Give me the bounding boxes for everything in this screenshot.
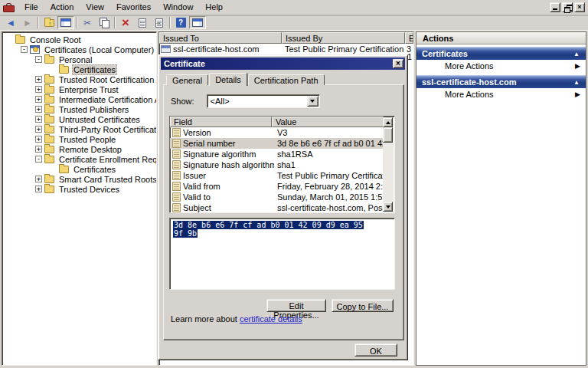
expander-plus-icon[interactable]: +: [35, 106, 42, 113]
tree-item-label: Console Root: [28, 35, 83, 44]
column-header-e[interactable]: E: [405, 32, 413, 44]
dropdown-arrow-icon[interactable]: [307, 96, 318, 107]
menu-help[interactable]: Help: [199, 1, 229, 14]
field-row-version[interactable]: VersionV3: [170, 127, 384, 138]
tree-item-console-root[interactable]: +Console Root: [2, 34, 156, 44]
tree-item-certificate-enrollment-requests[interactable]: -Certificate Enrollment Requests: [2, 154, 156, 164]
folder-icon: [44, 176, 54, 183]
tab-details[interactable]: Details: [209, 73, 247, 86]
show-console-tree-icon[interactable]: [57, 16, 74, 29]
field-icon: [172, 171, 181, 180]
back-icon[interactable]: [2, 16, 19, 29]
tree-item-trusted-people[interactable]: +Trusted People: [2, 134, 156, 144]
table-column-value[interactable]: Value: [272, 117, 384, 127]
column-header-issued-to[interactable]: Issued To: [159, 32, 282, 44]
actions-pane-title: Actions: [416, 32, 586, 44]
expander-minus-icon[interactable]: -: [21, 46, 28, 53]
menu-file[interactable]: File: [18, 1, 44, 14]
field-row-valid-to[interactable]: Valid toSunday, March 01, 2015 1:59:...: [170, 192, 384, 202]
ok-button[interactable]: OK: [354, 343, 397, 356]
expander-plus-icon[interactable]: +: [35, 76, 42, 83]
tree-item-trusted-publishers[interactable]: +Trusted Publishers: [2, 104, 156, 114]
tree-item-untrusted-certificates[interactable]: +Untrusted Certificates: [2, 114, 156, 124]
tree-item-trusted-root-certification-authorities[interactable]: +Trusted Root Certification Authorities: [2, 74, 156, 84]
collapse-icon[interactable]: ▲: [573, 51, 580, 58]
delete-icon[interactable]: [117, 16, 134, 29]
field-name: Valid from: [183, 182, 274, 191]
help-icon[interactable]: ?: [172, 16, 189, 29]
console-app-icon[interactable]: [3, 2, 15, 12]
tree-item-enterprise-trust[interactable]: +Enterprise Trust: [2, 84, 156, 94]
table-scrollbar[interactable]: [383, 117, 394, 212]
action-item-label: More Actions: [445, 61, 494, 71]
collapse-icon[interactable]: ▲: [573, 79, 580, 86]
certificate-row[interactable]: ssl-certificate-host.comTest Public Prim…: [159, 44, 413, 54]
serial-number-hex-view[interactable]: 3d 8e b6 e6 7f cf ad b0 01 42 09 d9 ea 9…: [169, 218, 395, 290]
show-dropdown[interactable]: <All>: [207, 94, 320, 108]
field-row-signature-hash-algorithm[interactable]: Signature hash algorithmsha1: [170, 159, 384, 170]
folder-glyph: ↑: [44, 19, 54, 27]
table-column-field[interactable]: Field: [170, 117, 272, 127]
field-row-issuer[interactable]: IssuerTest Public Primary Certificatio..…: [170, 170, 384, 181]
field-value: 3d 8e b6 e6 7f cf ad b0 01 42 ...: [274, 139, 384, 148]
menu-window[interactable]: Window: [157, 1, 199, 14]
field-row-subject[interactable]: Subjectssl-certificate-host.com, Positi.…: [170, 202, 384, 213]
tree-item-third-party-root-certification-authorities[interactable]: +Third-Party Root Certification Authorit…: [2, 124, 156, 134]
close-button[interactable]: ×: [574, 2, 585, 12]
menu-action[interactable]: Action: [44, 1, 80, 14]
expander-plus-icon[interactable]: +: [35, 186, 42, 192]
tree-item-trusted-devices[interactable]: +Trusted Devices: [2, 184, 156, 194]
tree-item-intermediate-certification-authorities[interactable]: +Intermediate Certification Authorities: [2, 94, 156, 104]
forward-icon[interactable]: [19, 16, 36, 29]
restore-button[interactable]: [562, 2, 573, 12]
expander-plus-icon[interactable]: +: [35, 136, 42, 143]
column-header-issued-by[interactable]: Issued By: [282, 32, 405, 44]
tree-item-certificates-local-computer[interactable]: -Certificates (Local Computer): [2, 44, 156, 54]
field-name: Valid to: [183, 192, 274, 202]
action-section-certificates[interactable]: Certificates▲: [416, 47, 586, 60]
expander-minus-icon[interactable]: -: [35, 156, 42, 163]
field-value: Sunday, March 01, 2015 1:59:...: [274, 192, 384, 202]
expander-plus-icon[interactable]: +: [35, 146, 42, 153]
tree-item-certificates[interactable]: +Certificates: [2, 64, 156, 74]
menu-view[interactable]: View: [80, 1, 110, 14]
tab-certification-path[interactable]: Certification Path: [248, 74, 325, 85]
expander-plus-icon[interactable]: +: [35, 96, 42, 103]
properties-icon[interactable]: [134, 16, 151, 29]
copy-icon[interactable]: [96, 16, 113, 29]
field-row-serial-number[interactable]: Serial number3d 8e b6 e6 7f cf ad b0 01 …: [170, 138, 384, 149]
tree-item-label: Trusted Devices: [57, 185, 121, 194]
tree-item-personal[interactable]: -Personal: [2, 54, 156, 64]
window-controls: ×: [550, 2, 585, 12]
scrollbar-thumb[interactable]: [383, 127, 393, 143]
edit-properties-button[interactable]: Edit Properties...: [266, 299, 326, 312]
cut-icon[interactable]: [79, 16, 96, 29]
expander-plus-icon[interactable]: +: [35, 126, 42, 133]
expander-plus-icon[interactable]: +: [35, 116, 42, 123]
field-row-signature-algorithm[interactable]: Signature algorithmsha1RSA: [170, 149, 384, 159]
expander-plus-icon[interactable]: +: [35, 86, 42, 93]
field-row-valid-from[interactable]: Valid fromFriday, February 28, 2014 2:0.…: [170, 181, 384, 192]
tree-item-certificates[interactable]: +Certificates: [2, 164, 156, 174]
copy-to-file-button[interactable]: Copy to File...: [332, 299, 394, 312]
scroll-down-icon[interactable]: [383, 202, 393, 212]
certificate-details-link[interactable]: certificate details: [240, 314, 302, 324]
scroll-up-icon[interactable]: [383, 117, 393, 127]
dialog-close-icon[interactable]: ×: [393, 59, 403, 68]
action-item-more-actions[interactable]: More Actions▶: [416, 88, 586, 101]
expander-minus-icon[interactable]: -: [35, 56, 42, 63]
export-list-icon[interactable]: →: [151, 16, 168, 29]
dialog-tabs: GeneralDetailsCertification Path: [166, 73, 325, 85]
tab-general[interactable]: General: [166, 74, 208, 85]
menu-favorites[interactable]: Favorites: [110, 1, 157, 14]
dialog-titlebar[interactable]: Certificate ×: [161, 58, 405, 70]
minimize-button[interactable]: [550, 2, 560, 12]
action-section-ssl-certificate-host-com[interactable]: ssl-certificate-host.com▲: [416, 75, 586, 88]
tree-item-remote-desktop[interactable]: +Remote Desktop: [2, 144, 156, 154]
up-level-icon[interactable]: ↑: [41, 16, 57, 29]
action-item-more-actions[interactable]: More Actions▶: [416, 60, 586, 73]
tree-item-smart-card-trusted-roots[interactable]: +Smart Card Trusted Roots: [2, 174, 156, 184]
folder-icon: [44, 96, 54, 104]
show-action-pane-icon[interactable]: [189, 16, 206, 29]
expander-plus-icon[interactable]: +: [35, 176, 42, 182]
